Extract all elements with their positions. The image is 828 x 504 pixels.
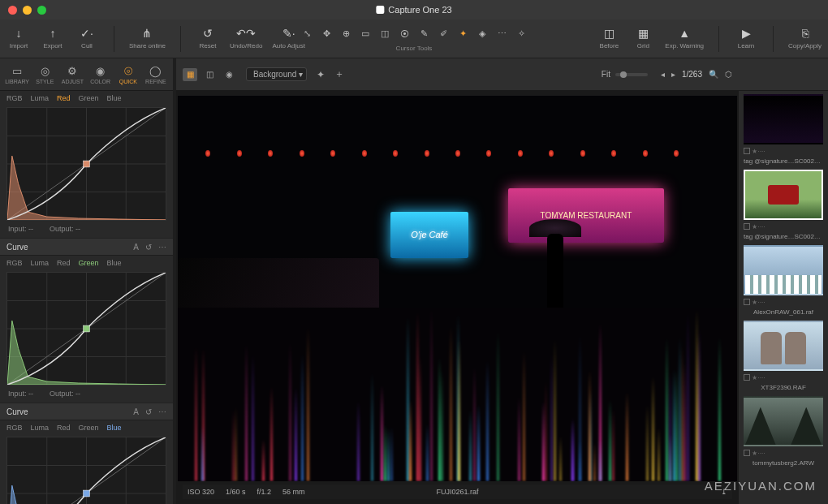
panel-menu-icon[interactable]: ⋯ — [158, 243, 166, 252]
tool-tab-quick[interactable]: ⦾QUICK — [114, 62, 142, 88]
import-icon: ↓ — [11, 26, 26, 41]
cursor-tool-11[interactable]: ✧ — [512, 26, 530, 42]
cursor-tool-2[interactable]: ⊕ — [337, 26, 355, 42]
view-grid-icon[interactable]: ◫ — [202, 68, 217, 81]
adjust-icon: ⚙ — [66, 65, 79, 78]
channel-blue[interactable]: Blue — [107, 259, 122, 267]
minimize-window-button[interactable] — [23, 6, 32, 15]
channel-green[interactable]: Green — [79, 94, 99, 102]
thumbnail-filename: AlexOnRAW_061.raf — [744, 308, 823, 316]
toolbar-grid-button[interactable]: ▦Grid — [631, 26, 655, 52]
download-icon[interactable]: ⤓ — [721, 488, 727, 496]
image-counter: 1/263 — [682, 70, 702, 79]
zoom-window-button[interactable] — [37, 6, 46, 15]
viewer-toolbar: ▦ ◫ ◉ Background ✦ ＋ Fit ◂▸ 1/263 🔍 ⬡ — [176, 58, 739, 91]
zoom-slider[interactable] — [615, 73, 648, 76]
tool-tab-color[interactable]: ◉COLOR — [87, 62, 114, 88]
view-single-icon[interactable]: ▦ — [183, 68, 197, 81]
cursor-tool-3[interactable]: ▭ — [356, 26, 374, 42]
panel-reset-icon[interactable]: ↺ — [145, 407, 152, 416]
cursor-tool-5[interactable]: ⦿ — [395, 26, 413, 42]
cursor-tool-0[interactable]: ⤡ — [298, 26, 316, 42]
tool-tab-adjust[interactable]: ⚙ADJUST — [58, 62, 86, 88]
channel-green[interactable]: Green — [79, 259, 99, 267]
nav-back-icon[interactable]: ◂ — [661, 70, 665, 79]
thumbnail-rating[interactable]: ★ · · · · — [744, 146, 823, 156]
toolbar-share-online-button[interactable]: ⋔Share online — [129, 26, 166, 52]
thumbnail-filename: tag @signature…SC00231.ARW — [744, 157, 823, 165]
cursor-tool-7[interactable]: ✐ — [434, 26, 452, 42]
channel-luma[interactable]: Luma — [31, 259, 50, 267]
panel-auto-icon[interactable]: A — [133, 243, 139, 252]
curve-channel-tabs: RGBLumaRedGreenBlue — [0, 420, 173, 435]
toolbar-cull-button[interactable]: ✓·Cull — [75, 26, 99, 52]
thumbnail-image[interactable] — [744, 321, 823, 371]
add-button[interactable]: ＋ — [334, 67, 344, 81]
panel-reset-icon[interactable]: ↺ — [145, 243, 152, 252]
channel-blue[interactable]: Blue — [107, 94, 122, 102]
thumbnail-image[interactable] — [744, 245, 823, 295]
thumbnail-rating[interactable]: ★ · · · · — [744, 373, 823, 382]
add-variant-button[interactable]: ✦ — [317, 69, 325, 80]
thumbnail-rating[interactable]: ★ · · · · — [744, 448, 823, 458]
channel-red[interactable]: Red — [57, 424, 71, 432]
thumbnail-image[interactable] — [744, 396, 823, 446]
thumbnail-rating[interactable]: ★ · · · · — [744, 222, 823, 231]
cursor-tool-8[interactable]: ✦ — [454, 26, 472, 42]
thumbnail-image[interactable] — [744, 170, 823, 220]
channel-rgb[interactable]: RGB — [6, 94, 23, 102]
cursor-tool-9[interactable]: ◈ — [473, 26, 491, 42]
panel-menu-icon[interactable]: ⋯ — [158, 407, 166, 416]
curve-editor[interactable] — [6, 272, 166, 386]
tool-tab-refine[interactable]: ◯REFINE — [142, 62, 170, 88]
variant-select[interactable]: Background — [246, 67, 307, 81]
before-icon: ◫ — [602, 26, 616, 41]
nav-fwd-icon[interactable]: ▸ — [671, 70, 675, 79]
thumbnail-filename: XT3F2390.RAF — [744, 384, 823, 391]
cursor-tool-6[interactable]: ✎ — [415, 26, 433, 42]
thumbnail[interactable]: ★ · · · · tommytusberg2.ARW — [744, 396, 823, 467]
toolbar-export-button[interactable]: ↑Export — [41, 26, 65, 52]
tool-tab-style[interactable]: ◎STYLE — [31, 62, 58, 88]
thumbnail[interactable]: ★ · · · · AlexOnRAW_061.raf — [744, 245, 823, 316]
close-window-button[interactable] — [8, 6, 17, 15]
thumbnail-rating[interactable]: ★ · · · · — [744, 297, 823, 307]
toolbar-learn-button[interactable]: ▶Learn — [734, 26, 758, 52]
toolbar-import-button[interactable]: ↓Import — [6, 26, 31, 52]
curve-editor[interactable] — [6, 437, 166, 504]
channel-rgb[interactable]: RGB — [6, 424, 23, 432]
curve-channel-tabs: RGBLumaRedGreenBlue — [0, 91, 173, 106]
toolbar-exp-warning-button[interactable]: ▲Exp. Warning — [665, 26, 704, 52]
channel-red[interactable]: Red — [57, 259, 71, 267]
channel-green[interactable]: Green — [79, 424, 99, 432]
exp. warning-icon: ▲ — [677, 26, 692, 41]
toolbar-undo-redo-button[interactable]: ↶↷Undo/Redo — [230, 26, 262, 52]
toolbar-reset-button[interactable]: ↺Reset — [196, 26, 220, 52]
view-proof-icon[interactable]: ◉ — [222, 68, 236, 81]
cursor-tool-4[interactable]: ◫ — [376, 26, 394, 42]
curve-editor[interactable] — [6, 107, 166, 221]
zoom-fit-label[interactable]: Fit — [602, 70, 610, 79]
grid-icon: ▦ — [636, 26, 650, 41]
channel-rgb[interactable]: RGB — [6, 259, 23, 267]
thumbnail[interactable]: ★ · · · · XT3F2390.RAF — [744, 321, 823, 391]
toolbar-copy-apply-button[interactable]: ⎘Copy/Apply — [788, 26, 822, 52]
channel-luma[interactable]: Luma — [31, 94, 50, 102]
main-image: O'je Café TOMYAM RESTAURANT — [178, 96, 737, 481]
style-icon: ◎ — [38, 65, 51, 78]
honeycomb-icon[interactable]: ⬡ — [725, 70, 732, 79]
loupe-icon[interactable]: 🔍 — [709, 70, 718, 79]
channel-luma[interactable]: Luma — [31, 424, 50, 432]
panel-auto-icon[interactable]: A — [133, 407, 139, 416]
tool-tab-library[interactable]: ▭LIBRARY — [3, 62, 31, 88]
cursor-tool-10[interactable]: ⋯ — [493, 26, 511, 42]
toolbar-before-button[interactable]: ◫Before — [597, 26, 621, 52]
image-stage[interactable]: O'je Café TOMYAM RESTAURANT ISO 320 1/60… — [176, 91, 739, 504]
thumbnail[interactable]: ★ · · · · tag @signature…SC00231.ARW — [744, 170, 823, 240]
cursor-tool-1[interactable]: ✥ — [317, 26, 335, 42]
channel-blue[interactable]: Blue — [107, 424, 122, 432]
channel-red[interactable]: Red — [57, 94, 71, 102]
thumbnail-filename: tommytusberg2.ARW — [744, 459, 823, 467]
thumbnail-image[interactable] — [744, 94, 823, 144]
thumbnail[interactable]: ★ · · · · tag @signature…SC00231.ARW — [744, 94, 823, 165]
